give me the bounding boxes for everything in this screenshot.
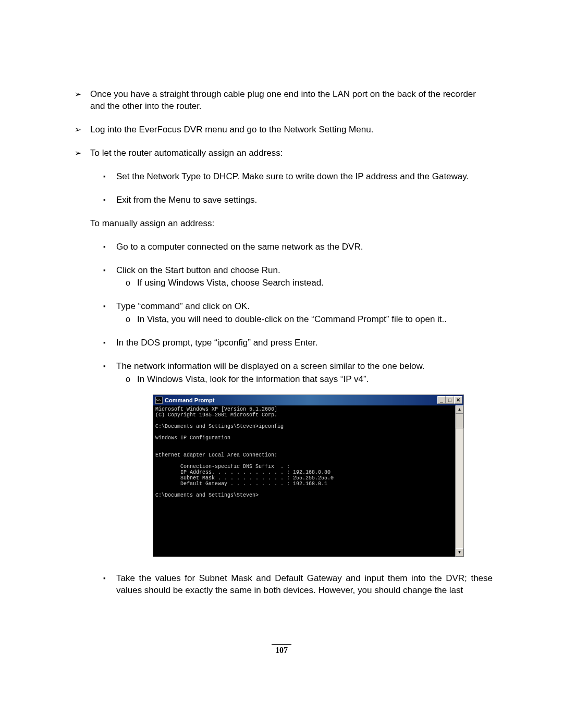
square-item-image: Command Prompt _ □ ✕ Microsoft Windows X… xyxy=(116,394,493,557)
square-item: The network information will be displaye… xyxy=(116,361,493,386)
manual-intro: To manually assign an address: xyxy=(90,218,493,230)
square-item: Go to a computer connected on the same n… xyxy=(116,241,493,253)
cmd-icon xyxy=(155,397,163,404)
window-title: Command Prompt xyxy=(165,397,214,404)
scroll-down-button[interactable]: ▼ xyxy=(456,548,463,557)
square-bullet-list: Set the Network Type to DHCP. Make sure … xyxy=(90,171,493,206)
window-titlebar: Command Prompt _ □ ✕ xyxy=(153,395,463,405)
document-content: Once you have a straight through cable p… xyxy=(70,89,493,597)
arrow-item: Log into the EverFocus DVR menu and go t… xyxy=(90,124,493,136)
square-item: Take the values for Subnet Mask and Defa… xyxy=(116,573,493,597)
arrow-item-text: To let the router automatically assign a… xyxy=(90,148,283,158)
circle-bullet-list: In Windows Vista, look for the informati… xyxy=(116,374,493,386)
square-item: Click on the Start button and choose Run… xyxy=(116,265,493,290)
minimize-button[interactable]: _ xyxy=(437,396,446,404)
cmd-output: Microsoft Windows XP [Version 5.1.2600] … xyxy=(153,405,455,557)
square-item: In the DOS prompt, type “ipconfig” and p… xyxy=(116,337,493,349)
circle-item: In Windows Vista, look for the informati… xyxy=(137,374,493,386)
square-item-text: The network information will be displaye… xyxy=(116,361,425,371)
cmd-body-wrap: Microsoft Windows XP [Version 5.1.2600] … xyxy=(153,405,463,557)
close-button[interactable]: ✕ xyxy=(454,396,462,404)
footer-rule xyxy=(272,644,291,645)
square-item: Type “command” and click on OK. In Vista… xyxy=(116,301,493,326)
scrollbar[interactable]: ▲ ▼ xyxy=(455,405,463,557)
square-item-text: Click on the Start button and choose Run… xyxy=(116,265,280,275)
scroll-thumb[interactable] xyxy=(456,414,463,428)
circle-item: If using Windows Vista, choose Search in… xyxy=(137,277,493,289)
square-item: Set the Network Type to DHCP. Make sure … xyxy=(116,171,493,183)
command-prompt-window: Command Prompt _ □ ✕ Microsoft Windows X… xyxy=(153,394,464,557)
window-buttons: _ □ ✕ xyxy=(437,396,462,404)
square-item: Exit from the Menu to save settings. xyxy=(116,194,493,206)
circle-bullet-list: If using Windows Vista, choose Search in… xyxy=(116,277,493,289)
circle-bullet-list: In Vista, you will need to double-click … xyxy=(116,314,493,326)
arrow-item: Once you have a straight through cable p… xyxy=(90,89,493,113)
square-bullet-list: Go to a computer connected on the same n… xyxy=(90,241,493,597)
maximize-button[interactable]: □ xyxy=(446,396,454,404)
scroll-up-button[interactable]: ▲ xyxy=(456,405,463,414)
arrow-bullet-list: Once you have a straight through cable p… xyxy=(70,89,493,597)
page-footer: 107 xyxy=(0,644,563,655)
circle-item: In Vista, you will need to double-click … xyxy=(137,314,493,326)
page-number: 107 xyxy=(0,646,563,655)
scroll-track[interactable] xyxy=(456,428,463,548)
square-item-text: Type “command” and click on OK. xyxy=(116,301,250,311)
arrow-item: To let the router automatically assign a… xyxy=(90,147,493,597)
